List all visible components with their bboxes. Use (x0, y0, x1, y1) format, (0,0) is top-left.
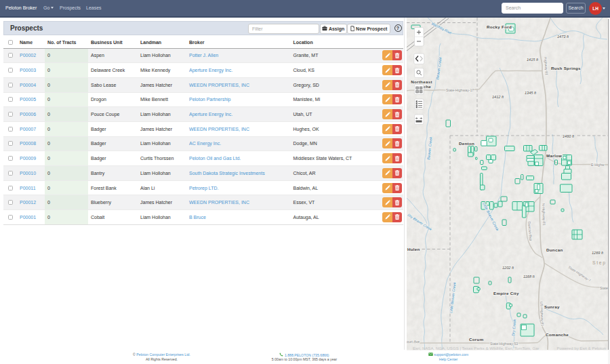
svg-text:Northeast: Northeast (411, 79, 432, 84)
svg-text:1473 ft: 1473 ft (557, 35, 569, 39)
svg-text:1460 ft: 1460 ft (563, 134, 575, 138)
svg-text:Esri, NASA, NGA, USGS | Texas: Esri, NASA, NGA, USGS | Texas Parks & Wi… (413, 346, 540, 350)
svg-text:1415 ft: 1415 ft (527, 58, 539, 62)
svg-text:N-Highway-81: N-Highway-81 (542, 203, 546, 226)
svg-text:1269 ft: 1269 ft (592, 251, 604, 255)
svg-text:Rocky Ford: Rocky Ford (487, 24, 512, 29)
svg-text:Rush Springs: Rush Springs (551, 66, 581, 70)
svg-text:Hulen: Hulen (407, 247, 420, 251)
svg-text:1345 ft: 1345 ft (525, 91, 537, 95)
svg-text:ouri-Ave: ouri-Ave (407, 340, 420, 344)
svg-text:Comanche: Comanche (546, 332, 569, 337)
svg-text:Denton: Denton (459, 141, 474, 146)
svg-text:Powered by Esri & Peloton: Powered by Esri & Peloton (557, 346, 607, 350)
svg-text:1202 ft: 1202 ft (502, 266, 514, 270)
svg-text:E-Highw: E-Highw (591, 163, 605, 167)
svg-text:Sunray: Sunray (544, 304, 560, 309)
svg-text:1412 ft: 1412 ft (492, 95, 504, 99)
svg-text:1168 ft: 1168 ft (523, 275, 535, 279)
svg-text:Step: Step (592, 260, 607, 266)
svg-text:Duncan: Duncan (546, 247, 563, 252)
svg-text:Corum: Corum (469, 337, 484, 342)
svg-text:State-Highway-17: State-Highway-17 (446, 88, 474, 92)
svg-text:Empire City: Empire City (493, 291, 519, 296)
svg-text:Marlow: Marlow (546, 153, 562, 158)
svg-text:State: State (600, 286, 608, 290)
